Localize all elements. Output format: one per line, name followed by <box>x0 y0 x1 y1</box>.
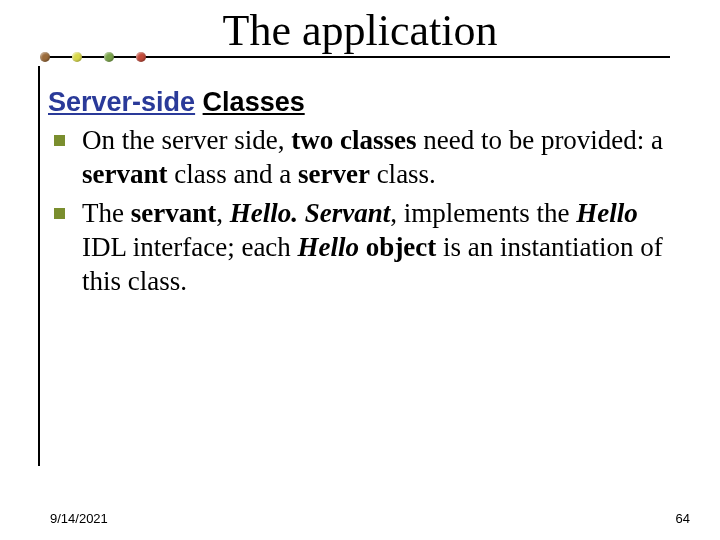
bold-italic-text: Hello. Servant <box>230 198 391 228</box>
bold-text: servant <box>82 159 167 189</box>
bold-italic-text: Hello <box>298 232 360 262</box>
bullet-list: On the server side, two classes need to … <box>48 124 680 299</box>
title-area: The application <box>0 0 720 54</box>
content-area: Server-side Classes On the server side, … <box>48 86 680 305</box>
text: The <box>82 198 131 228</box>
decorative-dots <box>40 52 146 62</box>
bold-text: object <box>359 232 436 262</box>
subheading-classes: Classes <box>203 87 305 117</box>
text: , implements the <box>390 198 576 228</box>
text: class. <box>370 159 436 189</box>
slide: The application Server-side Classes On t… <box>0 0 720 540</box>
text: On the server side, <box>82 125 291 155</box>
bold-text: two classes <box>291 125 416 155</box>
vertical-rule <box>38 66 40 466</box>
text: class and a <box>167 159 297 189</box>
bold-italic-text: Hello <box>576 198 638 228</box>
bold-text: server <box>298 159 370 189</box>
text: need to be provided: a <box>416 125 663 155</box>
slide-title: The application <box>223 8 498 54</box>
dot-icon <box>136 52 146 62</box>
dot-icon <box>72 52 82 62</box>
subheading: Server-side Classes <box>48 86 680 120</box>
subheading-server-side: Server-side <box>48 87 195 117</box>
page-number: 64 <box>676 511 690 526</box>
text: , <box>216 198 230 228</box>
footer: 9/14/2021 64 <box>50 511 690 526</box>
bold-text: servant <box>131 198 216 228</box>
list-item: On the server side, two classes need to … <box>76 124 680 192</box>
text: IDL interface; each <box>82 232 298 262</box>
dot-icon <box>104 52 114 62</box>
footer-date: 9/14/2021 <box>50 511 108 526</box>
list-item: The servant, Hello. Servant, implements … <box>76 197 680 298</box>
dot-icon <box>40 52 50 62</box>
